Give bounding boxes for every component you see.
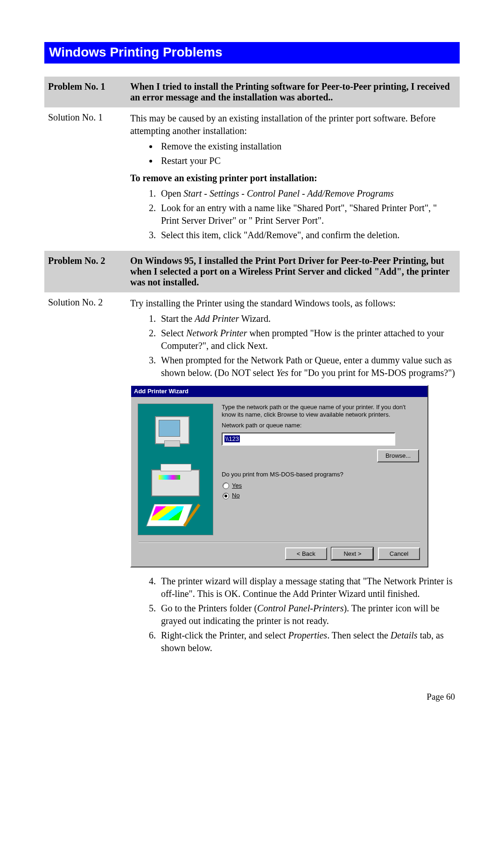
list-item: Remove the existing installation bbox=[158, 140, 456, 153]
ordered-steps: Start the Add Printer Wizard. Select Net… bbox=[130, 312, 456, 379]
step-italic: Network Printer bbox=[186, 328, 247, 338]
radio-yes-row[interactable]: Yes bbox=[223, 482, 420, 490]
problem-label: Problem No. 1 bbox=[44, 77, 126, 107]
solution-body: Try installing the Printer using the sta… bbox=[126, 292, 460, 664]
step-text: Look for an entry with a name like "Shar… bbox=[161, 203, 437, 226]
wizard-description: Type the network path or the queue name … bbox=[222, 404, 420, 419]
section-heading: Windows Printing Problems bbox=[44, 42, 460, 64]
solution-row: Solution No. 2 Try installing the Printe… bbox=[44, 292, 460, 664]
wizard-form-panel: Type the network path or the queue name … bbox=[222, 404, 420, 535]
page-number: Page 60 bbox=[44, 692, 460, 702]
cancel-button[interactable]: Cancel bbox=[378, 547, 420, 560]
browse-button[interactable]: Browse... bbox=[377, 449, 419, 462]
problems-table: Problem No. 1 When I tried to install th… bbox=[44, 77, 460, 664]
printer-icon bbox=[151, 469, 200, 496]
sub-heading: To remove an existing printer port insta… bbox=[130, 172, 456, 184]
network-path-input[interactable]: \\123 bbox=[222, 433, 395, 446]
dialog-body: Type the network path or the queue name … bbox=[131, 397, 427, 539]
wizard-graphic-panel bbox=[138, 404, 213, 535]
step-text: Open bbox=[161, 188, 183, 199]
step-text: Select bbox=[161, 328, 186, 338]
step-text: Select this item, click "Add/Remove", an… bbox=[161, 230, 399, 240]
problem-header-row: Problem No. 2 On Windows 95, I installed… bbox=[44, 251, 460, 292]
problem-title: When I tried to install the Printing sof… bbox=[126, 77, 460, 107]
solution-intro: This may be caused by an existing instal… bbox=[130, 112, 456, 137]
step-text: Wizard. bbox=[239, 313, 271, 324]
dialog-button-row: < Back Next > Cancel bbox=[131, 543, 427, 567]
radio-no-row[interactable]: No bbox=[223, 491, 420, 500]
list-item: When prompted for the Network Path or Qu… bbox=[158, 354, 456, 379]
solution-row: Solution No. 1 This may be caused by an … bbox=[44, 107, 460, 251]
radio-icon bbox=[223, 493, 229, 499]
add-printer-wizard-dialog: Add Printer Wizard Type the network path… bbox=[130, 385, 428, 567]
ordered-steps: Open Start - Settings - Control Panel - … bbox=[130, 187, 456, 241]
solution-intro: Try installing the Printer using the sta… bbox=[130, 297, 456, 310]
radio-icon bbox=[223, 482, 229, 489]
problem-label: Problem No. 2 bbox=[44, 251, 126, 292]
solution-body: This may be caused by an existing instal… bbox=[126, 107, 460, 251]
radio-no-label: No bbox=[232, 492, 240, 499]
back-button[interactable]: < Back bbox=[285, 547, 327, 560]
ordered-steps-continued: The printer wizard will display a messag… bbox=[130, 575, 456, 654]
radio-yes-label: Yes bbox=[232, 482, 242, 489]
step-text: Right-click the Printer, and select bbox=[161, 630, 288, 640]
list-item: Open Start - Settings - Control Panel - … bbox=[158, 187, 456, 200]
input-value: \\123 bbox=[224, 435, 240, 442]
problem-header-row: Problem No. 1 When I tried to install th… bbox=[44, 77, 460, 107]
dialog-title-bar: Add Printer Wizard bbox=[131, 386, 427, 397]
list-item: Start the Add Printer Wizard. bbox=[158, 312, 456, 325]
step-text: Go to the Printers folder ( bbox=[161, 603, 257, 613]
bullet-list: Remove the existing installation Restart… bbox=[130, 140, 456, 167]
list-item: Select Network Printer when prompted "Ho… bbox=[158, 327, 456, 352]
msdos-question: Do you print from MS-DOS-based programs? bbox=[222, 471, 420, 479]
step-text: The printer wizard will display a messag… bbox=[161, 576, 453, 599]
list-item: Select this item, click "Add/Remove", an… bbox=[158, 229, 456, 241]
monitor-icon bbox=[155, 416, 189, 444]
step-text: Start the bbox=[161, 313, 195, 324]
next-button[interactable]: Next > bbox=[331, 547, 373, 560]
solution-label: Solution No. 2 bbox=[44, 292, 126, 664]
list-item: Look for an entry with a name like "Shar… bbox=[158, 202, 456, 227]
step-italic: Details bbox=[391, 630, 418, 640]
step-italic: Yes bbox=[276, 368, 288, 378]
step-italic: Add Printer bbox=[195, 313, 239, 324]
list-item: Restart your PC bbox=[158, 155, 456, 167]
field-label: Network path or queue name: bbox=[222, 422, 420, 430]
problem-title: On Windows 95, I installed the Print Por… bbox=[126, 251, 460, 292]
list-item: The printer wizard will display a messag… bbox=[158, 575, 456, 600]
step-text: . Then select the bbox=[327, 630, 391, 640]
step-text: for "Do you print for MS-DOS programs?") bbox=[288, 368, 455, 378]
step-italic: Control Panel-Printers bbox=[257, 603, 343, 613]
wizard-screenshot: Add Printer Wizard Type the network path… bbox=[130, 385, 456, 567]
step-italic: Properties bbox=[288, 630, 327, 640]
document-page: Windows Printing Problems Problem No. 1 … bbox=[0, 0, 504, 721]
list-item: Right-click the Printer, and select Prop… bbox=[158, 629, 456, 654]
step-italic: Start - Settings - Control Panel - Add/R… bbox=[183, 188, 393, 199]
solution-label: Solution No. 1 bbox=[44, 107, 126, 251]
list-item: Go to the Printers folder (Control Panel… bbox=[158, 602, 456, 627]
